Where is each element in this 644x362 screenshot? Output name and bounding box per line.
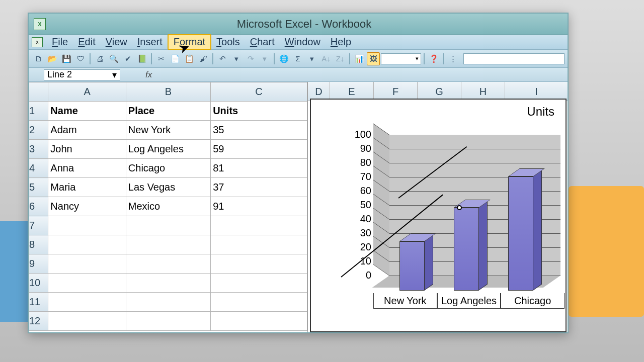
cell[interactable] [126,293,210,312]
undo-dropdown-icon[interactable]: ▾ [230,52,243,65]
cell[interactable] [48,235,126,254]
cell[interactable] [48,274,126,293]
open-icon[interactable]: 📂 [46,52,59,65]
cell[interactable]: Adam [48,121,126,140]
col-header-B[interactable]: B [126,82,210,102]
fx-icon[interactable]: fx [145,70,152,80]
cell[interactable] [211,274,307,293]
sort-asc-icon[interactable]: A↓ [319,52,333,65]
permission-icon[interactable]: 🛡 [74,52,87,65]
menu-view[interactable]: View [101,35,132,49]
row-header[interactable]: 10 [29,274,48,293]
cut-icon[interactable]: ✂ [154,52,168,65]
chart-line-handle[interactable] [457,205,462,210]
chart-plot-area[interactable] [373,135,559,291]
ask-question-box[interactable] [463,53,565,64]
cell[interactable]: 35 [211,121,307,140]
cell[interactable] [126,216,210,235]
row-header[interactable]: 9 [29,254,48,274]
col-header-G[interactable]: G [418,82,461,101]
row-header[interactable]: 12 [29,312,48,331]
cell[interactable] [211,254,307,274]
cell[interactable] [126,312,210,331]
cell[interactable] [211,216,307,235]
cell[interactable]: Chicago [126,159,210,178]
menu-edit[interactable]: Edit [73,35,100,49]
cell[interactable] [211,312,307,331]
col-header-E[interactable]: E [330,82,374,101]
cell[interactable]: Mexico [126,197,210,216]
row-header[interactable]: 11 [29,293,48,312]
undo-icon[interactable]: ↶ [216,52,229,65]
drawing-toolbar-icon[interactable]: 🖼 [367,52,380,65]
menu-format[interactable]: Format [168,34,211,50]
save-icon[interactable]: 💾 [60,52,73,65]
name-box[interactable]: Line 2 ▾ [44,69,120,80]
cell[interactable] [48,312,126,331]
row-header[interactable]: 1 [29,102,48,121]
research-icon[interactable]: 📗 [135,52,148,65]
spelling-icon[interactable]: ✔ [121,52,134,65]
cell[interactable]: Place [126,102,210,121]
cell[interactable]: Maria [48,178,126,197]
cell[interactable] [48,293,126,312]
toolbar-options-icon[interactable]: ⋮ [446,52,459,65]
row-header[interactable]: 6 [29,197,48,216]
col-header-A[interactable]: A [48,82,126,102]
cell[interactable]: New York [126,121,210,140]
cell[interactable]: Log Angeles [126,140,210,159]
print-preview-icon[interactable]: 🔍 [107,52,120,65]
menu-file[interactable]: File [47,35,73,49]
autosum-icon[interactable]: Σ [291,52,304,65]
cell[interactable]: Anna [48,159,126,178]
menu-window[interactable]: Window [280,35,326,49]
copy-icon[interactable]: 📄 [169,52,182,65]
cell[interactable] [126,254,210,274]
cell[interactable]: Nancy [48,197,126,216]
cell[interactable]: 81 [211,159,307,178]
cell[interactable] [211,235,307,254]
menu-insert[interactable]: Insert [132,35,168,49]
hyperlink-icon[interactable]: 🌐 [277,52,290,65]
row-header[interactable]: 8 [29,235,48,254]
chart-bar[interactable] [454,150,479,291]
col-header-D[interactable]: D [308,82,330,101]
name-box-dropdown-icon[interactable]: ▾ [112,69,117,80]
cell[interactable]: Name [48,102,126,121]
print-icon[interactable]: 🖨 [93,52,106,65]
cell[interactable] [48,254,126,274]
zoom-box[interactable]: ▾ [381,53,421,64]
cell[interactable]: Las Vegas [126,178,210,197]
sort-desc-icon[interactable]: Z↓ [334,52,347,65]
redo-icon[interactable]: ↷ [244,52,257,65]
embedded-chart[interactable]: Units 0102030405060708090100 New YorkLog… [310,99,567,332]
col-header-H[interactable]: H [461,82,505,101]
col-header-F[interactable]: F [374,82,418,101]
cell[interactable]: 59 [211,140,307,159]
cell[interactable]: 91 [211,197,307,216]
row-header[interactable]: 3 [29,140,48,159]
autosum-dropdown-icon[interactable]: ▾ [305,52,318,65]
paste-icon[interactable]: 📋 [183,52,196,65]
cell[interactable]: John [48,140,126,159]
chart-bar[interactable] [508,150,533,291]
chart-wizard-icon[interactable]: 📊 [353,52,366,65]
cell[interactable]: Units [211,102,307,121]
menu-help[interactable]: Help [326,35,356,49]
format-painter-icon[interactable]: 🖌 [197,52,210,65]
col-header-I[interactable]: I [505,82,568,101]
row-header[interactable]: 2 [29,121,48,140]
redo-dropdown-icon[interactable]: ▾ [258,52,271,65]
col-header-C[interactable]: C [211,82,307,102]
menu-tools[interactable]: Tools [211,35,245,49]
cell[interactable] [211,293,307,312]
menu-chart[interactable]: Chart [245,35,280,49]
cell[interactable] [126,235,210,254]
select-all-corner[interactable] [29,82,48,102]
help-icon[interactable]: ❓ [427,52,440,65]
cell[interactable] [126,274,210,293]
cell[interactable] [48,216,126,235]
row-header[interactable]: 7 [29,216,48,235]
row-header[interactable]: 5 [29,178,48,197]
new-icon[interactable]: 🗋 [32,52,45,65]
